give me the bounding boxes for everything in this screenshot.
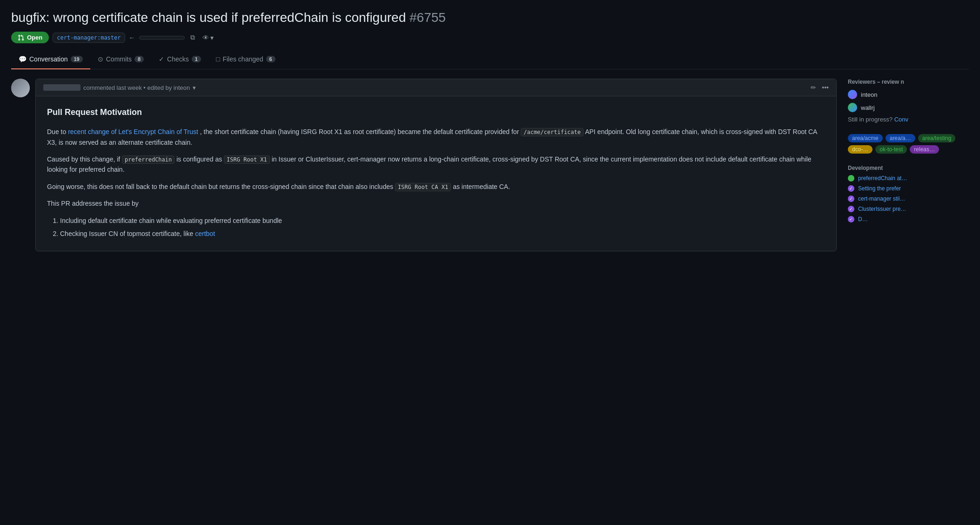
comment-container: commented last week • edited by inteon ▾… (11, 79, 837, 251)
para2-pre: Caused by this change, if (47, 155, 120, 163)
checks-icon: ✓ (159, 55, 164, 63)
git-pr-icon (18, 34, 24, 41)
list-item-1: Including default certificate chain whil… (60, 215, 825, 226)
dev-item-text-4[interactable]: D… (858, 216, 868, 222)
tab-conversation-label: Conversation (29, 55, 68, 63)
paragraph-4: This PR addresses the issue by (47, 198, 825, 209)
code-isrg-root: ISRG Root X1 (224, 155, 270, 164)
tab-checks-count: 1 (192, 56, 201, 62)
still-in-progress: Still in progress? Conv (848, 116, 969, 123)
paragraph-1: Due to recent change of Let's Encrypt Ch… (47, 127, 825, 148)
tab-commits-count: 8 (134, 56, 144, 62)
copy-branch-icon[interactable]: ⧉ (188, 32, 197, 43)
pr-title-text: bugfix: wrong certificate chain is used … (11, 10, 406, 25)
reviewers-section: Reviewers – review n inteon wallrj Still… (848, 79, 969, 123)
tab-conversation[interactable]: 💬 Conversation 19 (11, 51, 90, 69)
dev-status-green-0 (848, 175, 854, 182)
para1-post: , the short certificate chain (having IS… (200, 128, 519, 135)
let-encrypt-link[interactable]: recent change of Let's Encrypt Chain of … (68, 128, 198, 135)
reviewer-inteon: inteon (848, 90, 969, 99)
dev-item-text-2[interactable]: cert-manager stil… (858, 195, 905, 202)
label-area-acme[interactable]: area/acme (848, 134, 883, 142)
more-comment-icon[interactable]: ••• (822, 84, 829, 91)
tab-commits[interactable]: ⊙ Commits 8 (90, 51, 151, 69)
labels-container: area/acme area/a… area/testing dco-… ok-… (848, 134, 969, 154)
pr-number: #6755 (409, 10, 446, 25)
edit-comment-icon[interactable]: ✏ (811, 84, 816, 91)
dev-status-purple-1: ✓ (848, 185, 854, 192)
comment-body: Pull Request Motivation Due to recent ch… (36, 96, 836, 251)
comment-header-left: commented last week • edited by inteon ▾ (43, 84, 196, 91)
arrow-icon: ← (129, 34, 135, 41)
pr-body-heading: Pull Request Motivation (47, 106, 825, 119)
labels-section: area/acme area/a… area/testing dco-… ok-… (848, 134, 969, 154)
dev-item-text-0[interactable]: preferredChain at… (858, 175, 907, 182)
label-area-testing[interactable]: area/testing (918, 134, 956, 142)
reviewer-avatar-inteon (848, 90, 857, 99)
dev-status-purple-3: ✓ (848, 206, 854, 212)
commits-icon: ⊙ (98, 55, 103, 63)
certbot-link[interactable]: certbot (195, 230, 215, 237)
para3-pre: Going worse, this does not fall back to … (47, 183, 393, 190)
code-preferred-chain: preferredChain (122, 155, 175, 164)
reviewers-heading: Reviewers – review n (848, 79, 969, 85)
dropdown-icon[interactable]: ▾ (193, 84, 196, 91)
open-badge-label: Open (27, 34, 42, 41)
eye-icon[interactable]: 👁 ▾ (201, 32, 216, 43)
open-badge: Open (11, 32, 49, 43)
tab-conversation-count: 19 (71, 56, 83, 62)
dev-item-1: ✓ Setting the prefer (848, 185, 969, 192)
tab-files-count: 6 (266, 56, 275, 62)
dev-status-purple-2: ✓ (848, 195, 854, 202)
list2-pre: Checking Issuer CN of topmost certificat… (60, 230, 193, 237)
paragraph-3: Going worse, this does not fall back to … (47, 182, 825, 192)
page-wrapper: bugfix: wrong certificate chain is used … (0, 0, 980, 251)
code-acme-cert: /acme/certificate (521, 128, 584, 136)
main-layout: commented last week • edited by inteon ▾… (11, 79, 969, 251)
label-dco[interactable]: dco-… (848, 145, 873, 154)
files-changed-icon: □ (216, 55, 220, 63)
label-ok-to-test[interactable]: ok-to-test (875, 145, 907, 154)
dev-item-text-3[interactable]: ClusterIssuer pre… (858, 206, 906, 212)
status-bar: Open cert-manager:master ← ⧉ 👁 ▾ (11, 32, 969, 43)
avatar-img (11, 79, 30, 97)
sip-link[interactable]: Conv (894, 116, 908, 123)
comment-meta: commented last week • edited by inteon (83, 84, 190, 91)
list-item-2: Checking Issuer CN of topmost certificat… (60, 229, 825, 239)
tab-files-changed[interactable]: □ Files changed 6 (208, 51, 283, 69)
pr-main: commented last week • edited by inteon ▾… (11, 79, 837, 251)
development-section: Development preferredChain at… ✓ Setting… (848, 165, 969, 222)
sip-text: Still in progress? (848, 116, 893, 123)
tab-files-label: Files changed (222, 55, 263, 63)
para1-pre: Due to (47, 128, 68, 135)
dev-item-0: preferredChain at… (848, 175, 969, 182)
pr-title: bugfix: wrong certificate chain is used … (11, 9, 969, 26)
reviewer-name-wallrj[interactable]: wallrj (861, 104, 875, 111)
branch-to[interactable]: cert-manager:master (53, 33, 125, 43)
dev-item-3: ✓ ClusterIssuer pre… (848, 206, 969, 212)
code-isrg-root-ca: ISRG Root CA X1 (395, 183, 451, 191)
label-release[interactable]: releas… (910, 145, 939, 154)
comment-author (43, 84, 81, 91)
avatar (11, 79, 30, 97)
tab-checks[interactable]: ✓ Checks 1 (151, 51, 208, 69)
label-area-a[interactable]: area/a… (886, 134, 915, 142)
sidebar: Reviewers – review n inteon wallrj Still… (848, 79, 969, 251)
dev-status-purple-4: ✓ (848, 216, 854, 222)
dev-item-text-1[interactable]: Setting the prefer (858, 185, 901, 192)
dev-item-4: ✓ D… (848, 216, 969, 222)
dev-item-2: ✓ cert-manager stil… (848, 195, 969, 202)
pr-list: Including default certificate chain whil… (47, 215, 825, 239)
comment-box: commented last week • edited by inteon ▾… (35, 79, 837, 251)
branch-from[interactable] (139, 36, 185, 40)
development-heading: Development (848, 165, 969, 171)
tab-checks-label: Checks (167, 55, 189, 63)
para3-post: as intermediate CA. (453, 183, 510, 190)
tab-commits-label: Commits (106, 55, 132, 63)
reviewer-wallrj: wallrj (848, 103, 969, 112)
para2-mid: is configured as (176, 155, 222, 163)
paragraph-2: Caused by this change, if preferredChain… (47, 154, 825, 175)
reviewer-avatar-wallrj (848, 103, 857, 112)
reviewer-name-inteon[interactable]: inteon (861, 91, 877, 98)
comment-header: commented last week • edited by inteon ▾… (36, 79, 836, 96)
